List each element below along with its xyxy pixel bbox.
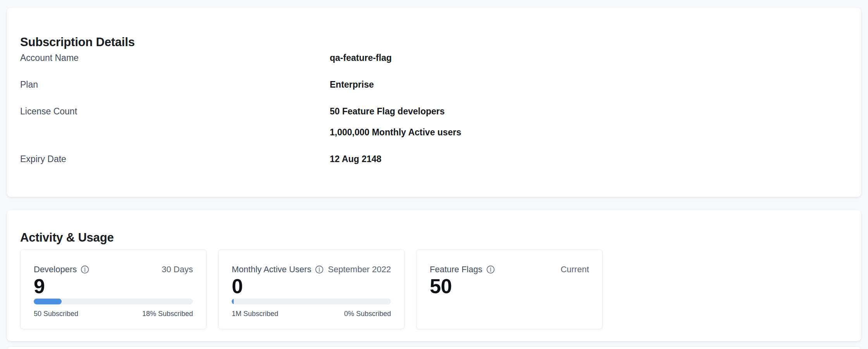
expiry-date-label: Expiry Date bbox=[20, 153, 330, 166]
svg-text:i: i bbox=[489, 266, 491, 273]
stat-header: Feature Flags i Current bbox=[430, 264, 589, 275]
detail-row-license-count: License Count 50 Feature Flag developers… bbox=[20, 105, 848, 139]
developers-period-label: 30 Days bbox=[162, 264, 193, 275]
detail-row-account-name: Account Name qa-feature-flag bbox=[20, 52, 848, 64]
license-count-label: License Count bbox=[20, 105, 330, 118]
stat-header: Developers i 30 Days bbox=[34, 264, 193, 275]
plan-value-text: Enterprise bbox=[330, 78, 374, 91]
developers-progress-bar bbox=[34, 299, 193, 304]
activity-usage-card: Activity & Usage Developers i 30 Days 9 bbox=[7, 210, 861, 341]
stat-label-group: Developers i bbox=[34, 264, 89, 275]
plan-value: Enterprise bbox=[330, 78, 374, 91]
expiry-date-value-text: 12 Aug 2148 bbox=[330, 153, 381, 166]
developers-subscribed-percent: 18% Subscribed bbox=[142, 309, 193, 319]
subscription-details-card: Subscription Details Account Name qa-fea… bbox=[7, 8, 861, 197]
usage-stats-row: Developers i 30 Days 9 50 Subscribed 18%… bbox=[20, 249, 603, 329]
stat-sub-row: 50 Subscribed 18% Subscribed bbox=[34, 309, 193, 319]
stat-card-feature-flags: Feature Flags i Current 50 bbox=[416, 249, 603, 329]
expiry-date-value: 12 Aug 2148 bbox=[330, 153, 381, 166]
stat-card-monthly-active-users: Monthly Active Users i September 2022 0 … bbox=[218, 249, 405, 329]
account-name-label: Account Name bbox=[20, 52, 330, 64]
stat-label-group: Monthly Active Users i bbox=[232, 264, 324, 275]
license-count-value: 50 Feature Flag developers 1,000,000 Mon… bbox=[330, 105, 461, 139]
mau-progress-fill bbox=[232, 299, 234, 304]
developers-subscribed-count: 50 Subscribed bbox=[34, 309, 78, 319]
info-icon[interactable]: i bbox=[81, 265, 89, 274]
mau-count-value: 0 bbox=[232, 278, 391, 294]
mau-period-label: September 2022 bbox=[328, 264, 391, 275]
stat-sub-row: 1M Subscribed 0% Subscribed bbox=[232, 309, 391, 319]
account-name-value-text: qa-feature-flag bbox=[330, 52, 392, 64]
mau-subscribed-count: 1M Subscribed bbox=[232, 309, 278, 319]
developers-progress-fill bbox=[34, 299, 62, 304]
subscription-details-title: Subscription Details bbox=[20, 36, 135, 49]
stat-card-developers: Developers i 30 Days 9 50 Subscribed 18%… bbox=[20, 249, 207, 329]
mau-progress-bar bbox=[232, 299, 391, 304]
plan-label: Plan bbox=[20, 78, 330, 91]
subscription-detail-rows: Account Name qa-feature-flag Plan Enterp… bbox=[20, 52, 848, 180]
mau-subscribed-percent: 0% Subscribed bbox=[344, 309, 391, 319]
developers-count-value: 9 bbox=[34, 278, 193, 294]
stat-label-group: Feature Flags i bbox=[430, 264, 495, 275]
svg-text:i: i bbox=[319, 266, 320, 273]
feature-flags-period-label: Current bbox=[561, 264, 589, 275]
account-name-value: qa-feature-flag bbox=[330, 52, 392, 64]
mau-stat-label: Monthly Active Users bbox=[232, 264, 311, 275]
stat-header: Monthly Active Users i September 2022 bbox=[232, 264, 391, 275]
developers-stat-label: Developers bbox=[34, 264, 77, 275]
feature-flags-count-value: 50 bbox=[430, 278, 589, 294]
next-card-peek bbox=[7, 347, 861, 349]
info-icon[interactable]: i bbox=[486, 265, 495, 274]
svg-text:i: i bbox=[84, 266, 86, 273]
activity-usage-title: Activity & Usage bbox=[20, 231, 114, 244]
feature-flags-stat-label: Feature Flags bbox=[430, 264, 482, 275]
license-count-developers-text: 50 Feature Flag developers bbox=[330, 105, 461, 118]
info-icon[interactable]: i bbox=[315, 265, 324, 274]
detail-row-plan: Plan Enterprise bbox=[20, 78, 848, 91]
detail-row-expiry-date: Expiry Date 12 Aug 2148 bbox=[20, 153, 848, 166]
license-count-mau-text: 1,000,000 Monthly Active users bbox=[330, 126, 461, 139]
